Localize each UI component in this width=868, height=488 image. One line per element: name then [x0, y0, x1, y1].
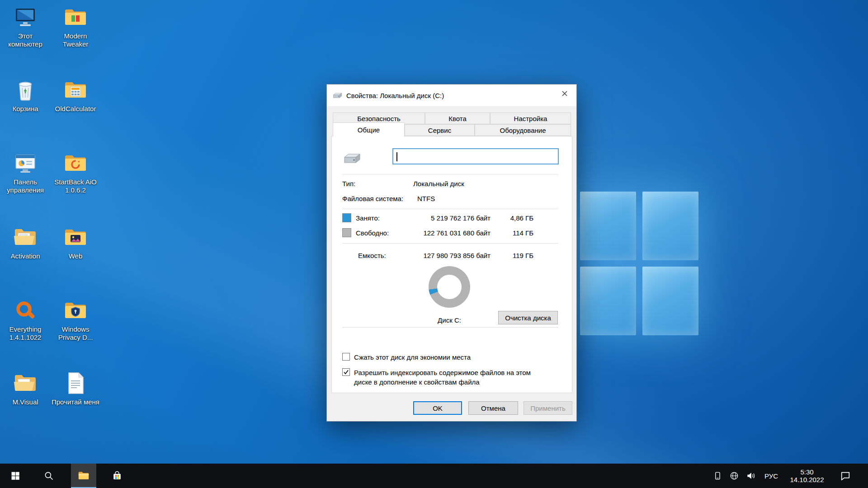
index-checkbox-label: Разрешить индексировать содержимое файло… — [354, 368, 535, 387]
folder-app-icon — [63, 150, 88, 176]
desktop: Этот компьютер Корзина Панель управления — [0, 0, 868, 488]
usage-donut — [429, 266, 470, 308]
start-button[interactable] — [3, 464, 28, 488]
used-space-swatch — [342, 213, 351, 222]
drive-icon-large — [343, 153, 361, 164]
disk-cleanup-button[interactable]: Очистка диска — [498, 311, 558, 324]
desktop-icon-readme[interactable]: Прочитай меня — [51, 371, 100, 406]
search-app-icon — [13, 298, 38, 323]
disk-label: Диск C: — [418, 316, 481, 324]
taskbar-store-button[interactable] — [104, 464, 130, 488]
taskbar-search-button[interactable] — [36, 464, 61, 488]
compress-checkbox-label: Сжать этот диск для экономии места — [354, 352, 471, 362]
this-pc-icon — [13, 5, 38, 30]
tray-device-icon — [712, 471, 722, 481]
desktop-icon-label: Modern Tweaker — [51, 32, 100, 49]
capacity-label: Емкость: — [358, 252, 386, 259]
dialog-titlebar[interactable]: Свойства: Локальный диск (C:) — [327, 84, 576, 106]
index-checkbox[interactable] — [342, 368, 350, 376]
desktop-icon-label: Web — [69, 252, 83, 260]
tab-label: Безопасность — [357, 115, 401, 122]
folder-documents-icon — [13, 371, 38, 396]
taskbar-file-explorer-button[interactable] — [71, 464, 96, 488]
separator — [342, 209, 558, 209]
windows-start-icon — [10, 471, 20, 481]
desktop-icon-label: Activation — [10, 252, 40, 260]
desktop-icon-label: StartBack AiO 1.0.6.2 — [51, 178, 100, 195]
language-label: РУС — [764, 472, 778, 480]
windows-logo-pane — [642, 267, 698, 335]
tab-tools[interactable]: Сервис — [405, 124, 475, 136]
desktop-icon-modern-tweaker[interactable]: Modern Tweaker — [51, 5, 100, 49]
tray-device-button[interactable] — [710, 464, 725, 488]
desktop-icon-activation[interactable]: Activation — [0, 225, 50, 260]
used-label: Занято: — [356, 214, 380, 222]
clock-date: 14.10.2022 — [790, 476, 824, 483]
disk-properties-dialog: Свойства: Локальный диск (C:) Безопаснос… — [326, 84, 577, 422]
desktop-icon-label: Корзина — [12, 105, 38, 113]
tab-label: Сервис — [428, 127, 451, 134]
search-icon — [43, 470, 54, 481]
folder-image-icon — [63, 225, 88, 250]
free-label: Свободно: — [356, 229, 389, 237]
button-label: Отмена — [481, 404, 505, 412]
tray-language-button[interactable]: РУС — [761, 464, 781, 488]
desktop-icon-startback[interactable]: StartBack AiO 1.0.6.2 — [51, 150, 100, 195]
button-label: OK — [433, 404, 443, 412]
tab-hardware[interactable]: Оборудование — [475, 124, 571, 136]
capacity-size: 119 ГБ — [513, 252, 533, 259]
apply-button[interactable]: Применить — [524, 401, 572, 415]
desktop-icon-label: Этот компьютер — [1, 32, 50, 49]
desktop-icon-this-pc[interactable]: Этот компьютер — [0, 5, 50, 49]
filesystem-label: Файловая система: — [342, 195, 403, 202]
tab-quota[interactable]: Квота — [425, 113, 490, 124]
desktop-icon-control-panel[interactable]: Панель управления — [0, 150, 50, 195]
compress-checkbox[interactable] — [342, 353, 350, 361]
desktop-icon-label: Windows Privacy D... — [51, 325, 100, 342]
action-center-button[interactable] — [835, 464, 855, 488]
tab-label: Квота — [448, 115, 467, 122]
volume-name-input[interactable] — [392, 148, 559, 164]
cancel-button[interactable]: Отмена — [468, 401, 518, 415]
tab-label: Настройка — [514, 115, 547, 122]
type-label: Тип: — [342, 180, 355, 188]
tab-customize[interactable]: Настройка — [490, 113, 571, 124]
used-bytes: 5 219 762 176 байт — [431, 214, 491, 222]
used-size: 4,86 ГБ — [510, 214, 533, 222]
text-caret — [396, 152, 397, 161]
free-size: 114 ГБ — [513, 229, 533, 237]
taskbar: РУС 5:30 14.10.2022 — [0, 464, 868, 488]
drive-icon — [332, 92, 342, 99]
windows-logo-pane — [580, 192, 636, 260]
tray-network-button[interactable] — [726, 464, 742, 488]
desktop-icon-old-calculator[interactable]: OldCalculator — [51, 77, 100, 113]
tray-clock-button[interactable]: 5:30 14.10.2022 — [784, 464, 830, 488]
close-button[interactable] — [553, 84, 576, 103]
desktop-icon-label: OldCalculator — [55, 105, 96, 113]
capacity-bytes: 127 980 793 856 байт — [423, 252, 491, 259]
free-space-swatch — [342, 228, 351, 237]
folder-documents-icon — [13, 225, 38, 250]
desktop-icon-label: Панель управления — [1, 178, 50, 195]
desktop-icon-windows-privacy[interactable]: Windows Privacy D... — [51, 298, 100, 342]
desktop-icon-m-visual[interactable]: M.Visual — [0, 371, 50, 406]
type-value: Локальный диск — [413, 180, 464, 188]
desktop-icon-recycle-bin[interactable]: Корзина — [0, 77, 50, 113]
desktop-icon-label: Everything 1.4.1.1022 — [1, 325, 50, 342]
tab-general[interactable]: Общие — [333, 122, 405, 136]
tray-volume-button[interactable] — [743, 464, 759, 488]
calculator-icon — [63, 77, 88, 103]
general-tab-page: Тип: Локальный диск Файловая система: NT… — [331, 136, 572, 393]
separator — [342, 243, 558, 244]
close-icon — [561, 90, 568, 97]
ok-button[interactable]: OK — [413, 401, 462, 415]
desktop-icon-web[interactable]: Web — [51, 225, 100, 260]
folder-shield-icon — [63, 298, 88, 323]
action-center-icon — [840, 470, 851, 481]
separator — [342, 174, 558, 174]
free-bytes: 122 761 031 680 байт — [423, 229, 491, 237]
control-panel-icon — [13, 150, 38, 176]
file-explorer-icon — [77, 469, 90, 482]
desktop-icon-everything[interactable]: Everything 1.4.1.1022 — [0, 298, 50, 342]
volume-icon — [746, 471, 756, 481]
